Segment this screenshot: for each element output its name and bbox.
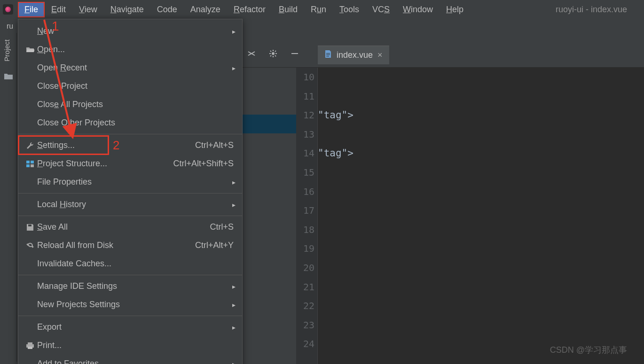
- menu-item-settings[interactable]: Settings...Ctrl+Alt+S: [18, 136, 242, 155]
- settings-icon[interactable]: [269, 49, 277, 60]
- menu-help[interactable]: Help: [440, 2, 470, 17]
- menu-item-new-projects-settings[interactable]: New Projects Settings: [18, 295, 242, 314]
- menu-item-label: Project Structure...: [37, 159, 107, 169]
- annotation-2: 2: [113, 138, 119, 153]
- menu-tools[interactable]: Tools: [333, 2, 366, 17]
- menu-separator: [18, 134, 242, 134]
- menu-item-close-project[interactable]: Close Project: [18, 77, 242, 95]
- menu-item-label: Open...: [37, 45, 65, 54]
- gutter-margin: [243, 68, 296, 364]
- menu-separator: [18, 216, 242, 216]
- menu-item-open-recent[interactable]: Open Recent: [18, 59, 242, 77]
- menu-analyze[interactable]: Analyze: [184, 2, 227, 17]
- menubar: FileEditViewNavigateCodeAnalyzeRefactorB…: [0, 0, 644, 19]
- menu-item-label: New Projects Settings: [37, 300, 120, 310]
- svg-point-8: [272, 52, 275, 55]
- menu-separator: [18, 193, 242, 194]
- menu-item-label: Close Other Projects: [37, 118, 115, 128]
- menu-item-close-other-projects[interactable]: Close Other Projects: [18, 114, 242, 132]
- menu-run[interactable]: Run: [304, 2, 333, 17]
- menu-view[interactable]: View: [72, 2, 104, 17]
- menu-item-open[interactable]: Open...: [18, 40, 242, 59]
- menu-item-export[interactable]: Export: [18, 318, 242, 336]
- menu-refactor[interactable]: Refactor: [227, 2, 272, 17]
- svg-rect-10: [326, 53, 330, 54]
- menu-code[interactable]: Code: [150, 2, 184, 17]
- tab-label: index.vue: [337, 50, 373, 60]
- menu-item-reload-all-from-disk[interactable]: Reload All from DiskCtrl+Alt+Y: [18, 236, 242, 255]
- save-icon: [23, 224, 37, 231]
- menu-navigate[interactable]: Navigate: [104, 2, 150, 17]
- close-icon[interactable]: ×: [377, 50, 383, 60]
- menu-item-label: Export: [37, 322, 62, 332]
- open-icon: [23, 46, 37, 53]
- menu-item-save-all[interactable]: Save AllCtrl+S: [18, 218, 242, 236]
- reload-icon: [23, 242, 37, 249]
- breadcrumb: ru: [0, 19, 13, 34]
- app-icon: [3, 4, 13, 15]
- svg-rect-12: [326, 56, 329, 56]
- menu-item-label: Close All Projects: [37, 100, 103, 109]
- menu-item-label: Local History: [37, 200, 86, 209]
- line-gutter: 10 11 12 13 14 15 16 17 18 19 20 21 22 2…: [296, 68, 318, 364]
- menu-item-manage-ide-settings[interactable]: Manage IDE Settings: [18, 277, 242, 295]
- project-tool-button[interactable]: Project: [0, 33, 14, 68]
- file-menu-panel: NewOpen...Open RecentClose ProjectClose …: [18, 19, 243, 364]
- svg-rect-2: [26, 164, 30, 167]
- menu-item-project-structure[interactable]: Project Structure...Ctrl+Alt+Shift+S: [18, 155, 242, 173]
- svg-rect-6: [28, 347, 32, 349]
- menu-item-local-history[interactable]: Local History: [18, 195, 242, 214]
- left-toolbar: Project: [0, 33, 17, 362]
- menu-vcs[interactable]: VCS: [366, 2, 396, 17]
- menu-item-label: Reload All from Disk: [37, 240, 113, 250]
- menu-shortcut: Ctrl+Alt+S: [195, 140, 234, 150]
- minimize-icon[interactable]: [291, 49, 299, 60]
- editor-tabs: index.vue ×: [318, 42, 389, 68]
- folder-icon: [0, 73, 16, 82]
- structure-icon: [23, 160, 37, 168]
- menu-item-file-properties[interactable]: File Properties: [18, 173, 242, 191]
- menu-item-label: Open Recent: [37, 63, 87, 73]
- vue-file-icon: [324, 50, 332, 61]
- editor-toolbar: [243, 42, 644, 68]
- menu-item-label: Manage IDE Settings: [37, 281, 117, 291]
- menu-item-close-all-projects[interactable]: Close All Projects: [18, 95, 242, 114]
- svg-rect-0: [26, 161, 30, 163]
- menu-item-label: Add to Favorites: [37, 359, 99, 364]
- svg-rect-11: [326, 54, 330, 55]
- svg-rect-3: [31, 164, 34, 167]
- menu-item-label: Invalidate Caches...: [37, 259, 111, 269]
- menu-item-label: Save All: [37, 222, 68, 232]
- svg-rect-1: [31, 161, 34, 163]
- menu-separator: [18, 316, 242, 316]
- menu-item-label: File Properties: [37, 177, 92, 187]
- code-editor[interactable]: "tag"></span> <span class=<span class="s…: [318, 68, 644, 364]
- annotation-1: 1: [52, 19, 59, 34]
- menu-shortcut: Ctrl+Alt+Shift+S: [173, 159, 234, 169]
- menu-item-invalidate-caches[interactable]: Invalidate Caches...: [18, 255, 242, 273]
- menu-shortcut: Ctrl+Alt+Y: [195, 240, 234, 250]
- menu-item-add-to-favorites[interactable]: Add to Favorites: [18, 355, 242, 364]
- menu-item-print[interactable]: Print...: [18, 336, 242, 355]
- menu-item-label: Settings...: [37, 140, 75, 150]
- menu-window[interactable]: Window: [396, 2, 440, 17]
- menu-separator: [18, 275, 242, 275]
- tab-index-vue[interactable]: index.vue ×: [318, 46, 389, 64]
- menu-shortcut: Ctrl+S: [210, 222, 234, 232]
- menu-build[interactable]: Build: [272, 2, 304, 17]
- wrench-icon: [23, 141, 37, 150]
- print-icon: [23, 342, 37, 349]
- svg-rect-4: [28, 342, 32, 344]
- svg-rect-9: [291, 53, 298, 54]
- menu-file[interactable]: File: [18, 2, 45, 17]
- watermark: CSDN @学习那点事: [550, 344, 627, 356]
- window-title: ruoyi-ui - index.vue: [556, 5, 641, 15]
- menu-item-label: Close Project: [37, 81, 87, 91]
- menu-item-label: Print...: [37, 341, 62, 350]
- collapse-icon[interactable]: [247, 49, 256, 60]
- menu-edit[interactable]: Edit: [45, 2, 72, 17]
